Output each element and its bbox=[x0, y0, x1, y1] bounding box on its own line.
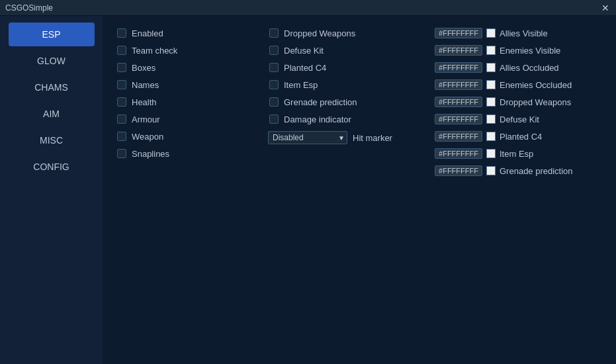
sidebar-item-glow[interactable]: GLOW bbox=[9, 49, 95, 73]
row-planted-c4: Planted C4 bbox=[268, 60, 414, 75]
color-hex-dropped-weapons[interactable]: #FFFFFFFF bbox=[435, 97, 482, 107]
label-allies-occluded: Allies Occluded bbox=[500, 63, 559, 73]
color-swatch-planted-c4[interactable] bbox=[486, 132, 496, 141]
sidebar-item-chams[interactable]: CHAMS bbox=[9, 75, 95, 99]
dropdown-hitmarker[interactable]: Disabled Enabled bbox=[268, 131, 347, 144]
label-enemies-visible: Enemies Visible bbox=[500, 46, 560, 56]
row-damage-indicator: Damage indicator bbox=[268, 111, 414, 127]
label-planted-c4: Planted C4 bbox=[284, 63, 326, 73]
color-hex-enemies-visible[interactable]: #FFFFFFFF bbox=[435, 45, 482, 56]
label-names: Names bbox=[132, 80, 159, 90]
row-hit-marker: Disabled Enabled ▼ Hit marker bbox=[268, 130, 414, 146]
row-snaplines: Snaplines bbox=[116, 146, 248, 161]
label-planted-c4-color: Planted C4 bbox=[500, 132, 542, 142]
color-swatch-enemies-visible[interactable] bbox=[486, 46, 496, 55]
color-swatch-item-esp[interactable] bbox=[486, 149, 496, 158]
checkbox-names[interactable] bbox=[117, 80, 126, 89]
col1: Enabled Team check Boxes Names Health Ar… bbox=[116, 25, 248, 355]
color-swatch-enemies-occluded[interactable] bbox=[486, 80, 496, 89]
dropdown-wrapper-hitmarker: Disabled Enabled ▼ bbox=[268, 131, 347, 144]
label-damage-indicator: Damage indicator bbox=[284, 114, 351, 124]
color-hex-grenade-prediction[interactable]: #FFFFFFFF bbox=[435, 165, 482, 176]
label-weapon: Weapon bbox=[132, 132, 163, 142]
sidebar-item-misc[interactable]: MISC bbox=[9, 128, 95, 152]
color-row-allies-visible: #FFFFFFFF Allies Visible bbox=[433, 25, 612, 41]
row-dropped-weapons: Dropped Weapons bbox=[268, 25, 414, 41]
checkbox-dropped-weapons[interactable] bbox=[269, 28, 279, 38]
label-item-esp: Item Esp bbox=[284, 80, 318, 90]
checkbox-health[interactable] bbox=[117, 97, 126, 107]
label-defuse-kit-color: Defuse Kit bbox=[500, 114, 539, 124]
label-grenade-prediction-color: Grenade prediction bbox=[500, 166, 573, 176]
row-enabled: Enabled bbox=[116, 25, 248, 41]
checkbox-planted-c4[interactable] bbox=[269, 63, 279, 72]
label-teamcheck: Team check bbox=[132, 46, 177, 56]
app-body: ESP GLOW CHAMS AIM MISC CONFIG Enabled T… bbox=[0, 16, 616, 364]
checkbox-grenade-prediction[interactable] bbox=[269, 97, 279, 107]
label-grenade-prediction: Grenade prediction bbox=[284, 97, 357, 107]
label-allies-visible: Allies Visible bbox=[500, 28, 548, 38]
color-row-item-esp: #FFFFFFFF Item Esp bbox=[433, 146, 612, 161]
color-row-dropped-weapons: #FFFFFFFF Dropped Weapons bbox=[433, 94, 612, 110]
color-swatch-allies-occluded[interactable] bbox=[486, 63, 496, 72]
row-defuse-kit: Defuse Kit bbox=[268, 42, 414, 58]
row-teamcheck: Team check bbox=[116, 42, 248, 58]
label-hit-marker: Hit marker bbox=[353, 133, 392, 143]
color-row-enemies-occluded: #FFFFFFFF Enemies Occluded bbox=[433, 77, 612, 93]
color-hex-item-esp[interactable]: #FFFFFFFF bbox=[435, 148, 482, 159]
col2: Dropped Weapons Defuse Kit Planted C4 It… bbox=[268, 25, 414, 355]
color-swatch-grenade-prediction[interactable] bbox=[486, 166, 496, 175]
checkbox-item-esp[interactable] bbox=[269, 80, 279, 89]
color-swatch-defuse-kit[interactable] bbox=[486, 114, 496, 124]
close-button[interactable]: ✕ bbox=[600, 3, 611, 13]
label-dropped-weapons: Dropped Weapons bbox=[284, 28, 355, 38]
label-dropped-weapons-color: Dropped Weapons bbox=[500, 97, 571, 107]
color-row-planted-c4: #FFFFFFFF Planted C4 bbox=[433, 128, 612, 144]
label-item-esp-color: Item Esp bbox=[500, 149, 533, 159]
title-bar: CSGOSimple ✕ bbox=[0, 0, 616, 16]
label-armour: Armour bbox=[132, 114, 160, 124]
color-hex-planted-c4[interactable]: #FFFFFFFF bbox=[435, 131, 482, 142]
checkbox-damage-indicator[interactable] bbox=[269, 114, 279, 124]
row-item-esp: Item Esp bbox=[268, 77, 414, 93]
label-snaplines: Snaplines bbox=[132, 149, 169, 159]
checkbox-boxes[interactable] bbox=[117, 63, 126, 72]
color-swatch-allies-visible[interactable] bbox=[486, 28, 496, 38]
color-row-enemies-visible: #FFFFFFFF Enemies Visible bbox=[433, 42, 612, 58]
app-title: CSGOSimple bbox=[5, 3, 53, 13]
sidebar-item-config[interactable]: CONFIG bbox=[9, 155, 95, 179]
col3: #FFFFFFFF Allies Visible #FFFFFFFF Enemi… bbox=[433, 25, 612, 355]
row-grenade-prediction: Grenade prediction bbox=[268, 94, 414, 110]
row-boxes: Boxes bbox=[116, 60, 248, 75]
color-hex-allies-occluded[interactable]: #FFFFFFFF bbox=[435, 62, 482, 73]
checkbox-defuse-kit[interactable] bbox=[269, 46, 279, 55]
row-health: Health bbox=[116, 94, 248, 110]
label-boxes: Boxes bbox=[132, 63, 155, 73]
label-enemies-occluded: Enemies Occluded bbox=[500, 80, 572, 90]
checkbox-teamcheck[interactable] bbox=[117, 46, 126, 55]
sidebar-item-esp[interactable]: ESP bbox=[9, 23, 95, 46]
color-hex-enemies-occluded[interactable]: #FFFFFFFF bbox=[435, 79, 482, 90]
checkbox-snaplines[interactable] bbox=[117, 149, 126, 158]
sidebar-item-aim[interactable]: AIM bbox=[9, 102, 95, 126]
color-hex-allies-visible[interactable]: #FFFFFFFF bbox=[435, 28, 482, 38]
label-health: Health bbox=[132, 97, 157, 107]
label-enabled: Enabled bbox=[132, 28, 163, 38]
row-armour: Armour bbox=[116, 111, 248, 127]
row-weapon: Weapon bbox=[116, 128, 248, 144]
main-content: Enabled Team check Boxes Names Health Ar… bbox=[103, 16, 616, 364]
color-row-defuse-kit: #FFFFFFFF Defuse Kit bbox=[433, 111, 612, 127]
sidebar: ESP GLOW CHAMS AIM MISC CONFIG bbox=[0, 16, 103, 364]
checkbox-weapon[interactable] bbox=[117, 132, 126, 141]
checkbox-enabled[interactable] bbox=[117, 28, 126, 38]
color-swatch-dropped-weapons[interactable] bbox=[486, 97, 496, 107]
checkbox-armour[interactable] bbox=[117, 114, 126, 124]
color-hex-defuse-kit[interactable]: #FFFFFFFF bbox=[435, 114, 482, 124]
row-names: Names bbox=[116, 77, 248, 93]
label-defuse-kit: Defuse Kit bbox=[284, 46, 324, 56]
color-row-grenade-prediction: #FFFFFFFF Grenade prediction bbox=[433, 163, 612, 179]
color-row-allies-occluded: #FFFFFFFF Allies Occluded bbox=[433, 60, 612, 75]
